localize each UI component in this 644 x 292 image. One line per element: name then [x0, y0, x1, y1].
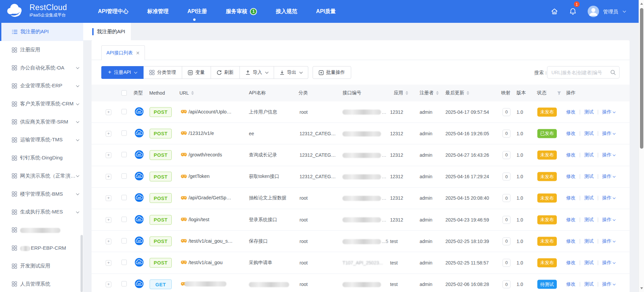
row-expander[interactable]: +: [106, 195, 111, 201]
row-expander[interactable]: +: [106, 131, 111, 137]
action-edit[interactable]: 修改: [566, 195, 576, 200]
action-more[interactable]: 操作: [602, 260, 615, 265]
action-edit[interactable]: 修改: [566, 109, 576, 114]
sidebar-item-钉钉系统-DingDing[interactable]: 钉钉系统-DingDing: [0, 149, 83, 167]
action-test[interactable]: 测试: [584, 238, 594, 244]
sidebar-item-办公自动化系统-OA[interactable]: 办公自动化系统-OA: [0, 59, 83, 77]
action-more[interactable]: 操作: [602, 174, 615, 179]
expand-icon[interactable]: +: [106, 195, 111, 201]
sidebar-item-我注册的API[interactable]: 我注册的API: [0, 23, 83, 41]
sidebar-scrollbar-thumb[interactable]: [80, 235, 83, 292]
filter-funnel-icon[interactable]: [557, 85, 561, 101]
sidebar-item-ERP-EBP-CRM[interactable]: ERP-EBP-CRM: [0, 239, 83, 257]
action-more[interactable]: 操作: [602, 281, 615, 287]
toolbar-button-变量[interactable]: 变量: [182, 66, 211, 79]
column-header-owner[interactable]: 注册者: [420, 85, 439, 101]
row-checkbox[interactable]: [121, 238, 127, 243]
avatar[interactable]: [588, 6, 599, 17]
action-more[interactable]: 操作: [602, 109, 615, 114]
row-expander[interactable]: +: [106, 217, 111, 223]
expand-icon[interactable]: +: [106, 239, 111, 244]
action-test[interactable]: 测试: [584, 109, 594, 114]
row-checkbox[interactable]: [121, 281, 127, 287]
row-checkbox-cell[interactable]: [121, 152, 127, 158]
action-test[interactable]: 测试: [584, 152, 594, 157]
expand-icon[interactable]: +: [106, 152, 111, 158]
row-expander[interactable]: +: [106, 260, 111, 266]
sidebar-item-生成执行系统-MES[interactable]: 生成执行系统-MES: [0, 203, 83, 221]
user-menu-caret-icon[interactable]: [623, 9, 626, 13]
sidebar-item-网关演示系统（正常演…[interactable]: 网关演示系统（正常演…: [0, 167, 83, 185]
row-expander[interactable]: +: [106, 152, 111, 158]
sidebar-item-客户关系管理系统-CRM[interactable]: 客户关系管理系统-CRM: [0, 95, 83, 113]
toolbar-button-注册API[interactable]: +注册API: [101, 66, 144, 79]
row-checkbox-cell[interactable]: [121, 130, 127, 137]
search-input[interactable]: [551, 66, 608, 78]
row-checkbox[interactable]: [121, 109, 127, 114]
expand-icon[interactable]: +: [106, 260, 111, 266]
row-checkbox[interactable]: [121, 216, 127, 222]
expand-icon[interactable]: +: [106, 174, 111, 180]
action-test[interactable]: 测试: [584, 174, 594, 179]
bell-icon[interactable]: [569, 8, 577, 15]
scrollbar-up-arrow-icon[interactable]: [640, 3, 643, 5]
action-edit[interactable]: 修改: [566, 217, 576, 222]
row-checkbox[interactable]: [121, 259, 127, 265]
sidebar-item-供应商关系管理-SRM[interactable]: 供应商关系管理-SRM: [0, 113, 83, 131]
row-expander[interactable]: +: [106, 109, 111, 115]
column-header-url[interactable]: URL: [179, 85, 194, 101]
row-expander[interactable]: +: [106, 281, 111, 287]
row-expander[interactable]: +: [106, 174, 111, 180]
sort-icon[interactable]: [467, 91, 469, 95]
toolbar-button-分类管理[interactable]: 分类管理: [144, 66, 182, 79]
row-checkbox-cell[interactable]: [121, 216, 127, 223]
sidebar-item-注册应用[interactable]: 注册应用: [0, 41, 83, 59]
sidebar-item-运输管理系统-TMS[interactable]: 运输管理系统-TMS: [0, 131, 83, 149]
select-all-checkbox[interactable]: [121, 90, 127, 96]
page-scrollbar-thumb[interactable]: [640, 8, 643, 149]
scrollbar-down-arrow-icon[interactable]: [640, 287, 643, 289]
action-edit[interactable]: 修改: [566, 174, 576, 179]
row-checkbox-cell[interactable]: [121, 195, 127, 201]
row-checkbox[interactable]: [121, 174, 127, 179]
row-expander[interactable]: +: [106, 238, 111, 244]
row-checkbox-cell[interactable]: [121, 109, 127, 115]
action-edit[interactable]: 修改: [566, 131, 576, 136]
expand-icon[interactable]: +: [106, 131, 111, 137]
action-more[interactable]: 操作: [602, 152, 615, 157]
row-checkbox-cell[interactable]: [121, 174, 127, 180]
row-checkbox[interactable]: [121, 195, 127, 200]
action-test[interactable]: 测试: [584, 281, 594, 287]
action-more[interactable]: 操作: [602, 238, 615, 244]
action-test[interactable]: 测试: [584, 217, 594, 222]
sidebar-item-redacted[interactable]: [0, 221, 83, 239]
sidebar-item-楼宇管理系统-BMS[interactable]: 楼宇管理系统-BMS: [0, 185, 83, 203]
sort-icon[interactable]: [406, 91, 408, 95]
toolbar-button-导出[interactable]: 导出: [274, 66, 308, 79]
page-scrollbar[interactable]: [639, 0, 644, 292]
sort-icon[interactable]: [436, 91, 439, 95]
toolbar-button-刷新[interactable]: 刷新: [211, 66, 240, 79]
expand-icon[interactable]: +: [106, 217, 111, 223]
row-checkbox-cell[interactable]: [121, 238, 127, 244]
row-checkbox[interactable]: [121, 152, 127, 157]
column-header-app[interactable]: 应用: [394, 85, 408, 101]
row-checkbox-cell[interactable]: [121, 281, 127, 288]
search-icon[interactable]: [610, 69, 616, 75]
toolbar-button-导入[interactable]: 导入: [240, 66, 274, 79]
tab-close-icon[interactable]: ✕: [136, 50, 140, 56]
row-checkbox[interactable]: [121, 130, 127, 136]
sidebar-item-企业管理系统-ERP[interactable]: 企业管理系统-ERP: [0, 77, 83, 95]
action-test[interactable]: 测试: [584, 131, 594, 136]
action-edit[interactable]: 修改: [566, 260, 576, 265]
action-edit[interactable]: 修改: [566, 238, 576, 244]
home-icon[interactable]: [551, 8, 558, 15]
row-checkbox-cell[interactable]: [121, 259, 127, 266]
action-test[interactable]: 测试: [584, 195, 594, 200]
user-name[interactable]: 管理员: [603, 9, 618, 15]
expand-icon[interactable]: +: [106, 109, 111, 115]
sort-icon[interactable]: [191, 91, 194, 95]
action-test[interactable]: 测试: [584, 260, 594, 265]
page-tab-chip[interactable]: 我注册的API: [83, 23, 131, 40]
action-edit[interactable]: 修改: [566, 281, 576, 287]
